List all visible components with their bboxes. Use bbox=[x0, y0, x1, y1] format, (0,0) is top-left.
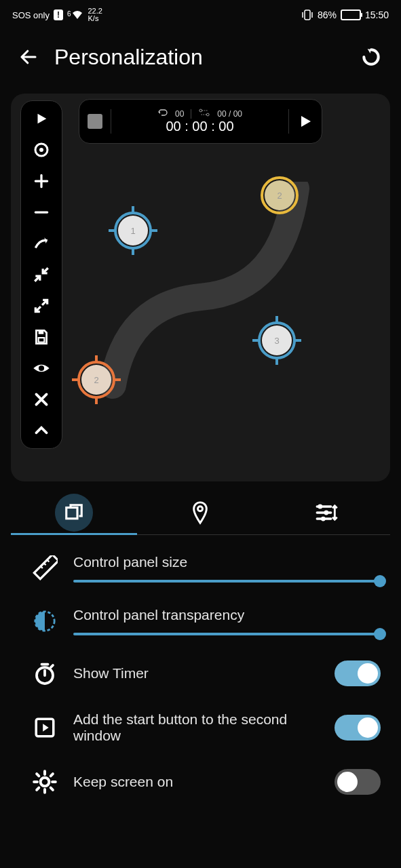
eye-tool-button[interactable] bbox=[32, 359, 51, 378]
panels-icon bbox=[64, 502, 84, 523]
collapse-tool-button[interactable] bbox=[32, 421, 51, 440]
tab-adjust[interactable] bbox=[264, 491, 390, 534]
svg-point-9 bbox=[198, 507, 203, 511]
play-window-icon bbox=[31, 714, 58, 741]
loop-icon bbox=[157, 108, 168, 119]
shrink-tool-button[interactable] bbox=[32, 265, 51, 284]
setting-panel-transparency: Control panel transparency bbox=[31, 595, 381, 648]
panel-size-slider[interactable] bbox=[73, 580, 381, 583]
timer-play-button[interactable] bbox=[297, 113, 313, 130]
panel-transparency-label: Control panel transparency bbox=[73, 607, 381, 623]
settings-tabs bbox=[11, 491, 390, 535]
reset-button[interactable] bbox=[358, 43, 385, 71]
ruler-icon bbox=[31, 555, 58, 582]
status-right: 86% 15:50 bbox=[301, 9, 389, 21]
exclamation-icon: ! bbox=[54, 9, 63, 20]
start-button-toggle[interactable] bbox=[335, 715, 381, 741]
setting-show-timer: Show Timer bbox=[31, 648, 381, 699]
status-left: SOS only ! 6 22.2 K/s bbox=[12, 7, 102, 22]
sos-label: SOS only bbox=[12, 10, 50, 20]
progress-count: 00 / 00 bbox=[217, 109, 242, 119]
svg-point-10 bbox=[318, 505, 322, 509]
tab-targets[interactable] bbox=[137, 491, 263, 534]
sun-icon bbox=[31, 768, 58, 795]
svg-point-12 bbox=[321, 517, 326, 521]
svg-point-17 bbox=[41, 778, 50, 787]
loop-count: 00 bbox=[175, 109, 184, 119]
progress-icon bbox=[198, 108, 210, 119]
svg-point-2 bbox=[39, 148, 43, 152]
tap-target-3[interactable]: 3 bbox=[255, 319, 299, 362]
preview-panel: 00 00 / 00 00 : 00 : 00 1 2 3 bbox=[11, 94, 390, 481]
svg-rect-8 bbox=[66, 508, 77, 519]
timer-display: 00 : 00 : 00 bbox=[119, 119, 280, 134]
tap-target-4[interactable]: 2 bbox=[75, 358, 118, 401]
status-bar: SOS only ! 6 22.2 K/s 86% 15:50 bbox=[0, 0, 401, 30]
svg-rect-13 bbox=[34, 555, 58, 579]
svg-point-7 bbox=[207, 113, 210, 116]
keep-screen-label: Keep screen on bbox=[73, 774, 320, 790]
wifi-icon: 6 bbox=[67, 10, 84, 20]
stopwatch-icon bbox=[31, 660, 58, 687]
back-button[interactable] bbox=[16, 45, 41, 69]
contrast-icon bbox=[31, 608, 58, 635]
setting-panel-size: Control panel size bbox=[31, 542, 381, 595]
battery-percent: 86% bbox=[318, 9, 337, 20]
keep-screen-toggle[interactable] bbox=[335, 769, 381, 795]
battery-icon bbox=[341, 9, 361, 20]
pin-icon bbox=[191, 500, 210, 525]
network-speed: 22.2 K/s bbox=[88, 7, 102, 22]
svg-point-5 bbox=[39, 366, 44, 371]
setting-keep-screen: Keep screen on bbox=[31, 756, 381, 808]
vibrate-icon bbox=[301, 9, 313, 21]
start-button-label: Add the start button to the second windo… bbox=[73, 711, 320, 744]
timer-bar: 00 00 / 00 00 : 00 : 00 bbox=[79, 99, 322, 144]
panel-size-label: Control panel size bbox=[73, 554, 381, 570]
plus-tool-button[interactable] bbox=[32, 172, 51, 191]
tap-target-2[interactable]: 2 bbox=[258, 174, 301, 217]
show-timer-toggle[interactable] bbox=[335, 660, 381, 686]
expand-tool-button[interactable] bbox=[32, 296, 51, 315]
app-header: Personalization bbox=[0, 30, 401, 87]
show-timer-label: Show Timer bbox=[73, 665, 320, 682]
sliders-icon bbox=[316, 502, 339, 523]
page-title: Personalization bbox=[54, 45, 344, 70]
svg-rect-4 bbox=[39, 330, 44, 334]
settings-list: Control panel size Control panel transpa… bbox=[0, 535, 401, 808]
control-toolbar bbox=[20, 100, 62, 449]
tap-target-1[interactable]: 1 bbox=[111, 209, 155, 252]
minus-tool-button[interactable] bbox=[32, 203, 51, 222]
save-tool-button[interactable] bbox=[32, 328, 51, 347]
setting-start-button: Add the start button to the second windo… bbox=[31, 699, 381, 756]
record-tool-button[interactable] bbox=[32, 140, 51, 159]
panel-transparency-slider[interactable] bbox=[73, 633, 381, 635]
svg-rect-3 bbox=[39, 338, 45, 342]
play-tool-button[interactable] bbox=[32, 109, 51, 128]
svg-point-11 bbox=[324, 511, 328, 515]
stop-button[interactable] bbox=[88, 114, 102, 129]
clock: 15:50 bbox=[365, 9, 389, 20]
tab-panel[interactable] bbox=[11, 491, 137, 534]
svg-point-6 bbox=[199, 109, 202, 112]
close-tool-button[interactable] bbox=[32, 390, 51, 409]
svg-rect-0 bbox=[305, 10, 310, 20]
swipe-tool-button[interactable] bbox=[32, 234, 51, 253]
